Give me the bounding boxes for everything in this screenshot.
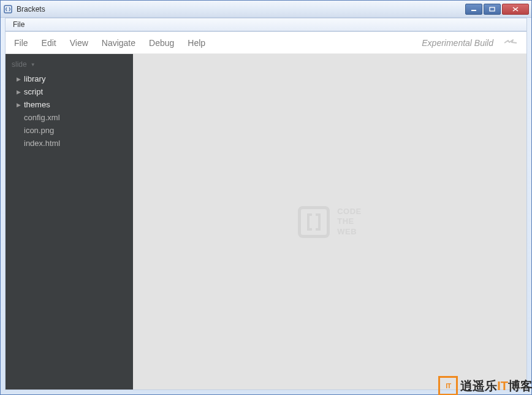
watermark: CODE THE WEB bbox=[298, 206, 362, 238]
experimental-label: Experimental Build bbox=[422, 38, 493, 48]
app-icon bbox=[3, 4, 13, 14]
editor-area: CODE THE WEB bbox=[133, 54, 526, 389]
chevron-right-icon: ▶ bbox=[17, 76, 23, 82]
chevron-down-icon: ▼ bbox=[31, 62, 36, 67]
menu-file[interactable]: File bbox=[14, 38, 28, 48]
tree-folder-library[interactable]: ▶ library bbox=[6, 72, 133, 85]
tree-label: script bbox=[24, 87, 43, 96]
file-tree: ▶ library ▶ script ▶ themes config.xml bbox=[6, 72, 133, 150]
chevron-right-icon: ▶ bbox=[17, 102, 23, 108]
window-title: Brackets bbox=[17, 5, 465, 13]
app-menubar: File Edit View Navigate Debug Help Exper… bbox=[6, 32, 526, 54]
brackets-logo-icon bbox=[298, 206, 330, 238]
chevron-right-icon: ▶ bbox=[17, 89, 23, 95]
live-preview-icon[interactable] bbox=[503, 39, 518, 47]
blog-text: 逍遥乐IT博客 bbox=[460, 378, 532, 394]
app-body: slide ▼ ▶ library ▶ script ▶ themes bbox=[6, 54, 526, 389]
tree-label: config.xml bbox=[24, 113, 60, 122]
close-button[interactable] bbox=[502, 4, 529, 15]
menu-view[interactable]: View bbox=[70, 38, 88, 48]
os-menubar: File bbox=[5, 18, 527, 31]
blog-watermark: IT 逍遥乐IT博客 bbox=[438, 376, 532, 395]
tree-file-config[interactable]: config.xml bbox=[6, 111, 133, 124]
minimize-button[interactable] bbox=[465, 4, 482, 15]
tree-folder-themes[interactable]: ▶ themes bbox=[6, 98, 133, 111]
tree-label: library bbox=[24, 74, 45, 83]
os-menu-file[interactable]: File bbox=[9, 19, 28, 30]
titlebar[interactable]: Brackets bbox=[1, 1, 531, 18]
tree-file-icon[interactable]: icon.png bbox=[6, 124, 133, 137]
window-frame: Brackets File File Edit View Navigate De… bbox=[0, 0, 532, 395]
tree-label: icon.png bbox=[24, 126, 54, 135]
tree-file-index[interactable]: index.html bbox=[6, 137, 133, 150]
window-controls bbox=[465, 4, 529, 15]
tree-label: index.html bbox=[24, 139, 60, 148]
svg-rect-2 bbox=[490, 7, 495, 11]
project-dropdown[interactable]: slide ▼ bbox=[6, 54, 133, 72]
blog-logo-icon: IT bbox=[438, 376, 458, 395]
menu-help[interactable]: Help bbox=[188, 38, 205, 48]
tree-label: themes bbox=[24, 100, 50, 109]
menu-edit[interactable]: Edit bbox=[42, 38, 56, 48]
maximize-button[interactable] bbox=[484, 4, 501, 15]
tree-folder-script[interactable]: ▶ script bbox=[6, 85, 133, 98]
app-shell: File Edit View Navigate Debug Help Exper… bbox=[5, 31, 527, 390]
menu-navigate[interactable]: Navigate bbox=[102, 38, 135, 48]
project-name: slide bbox=[12, 60, 27, 69]
watermark-text: CODE THE WEB bbox=[337, 207, 362, 237]
sidebar: slide ▼ ▶ library ▶ script ▶ themes bbox=[6, 54, 133, 389]
menu-debug[interactable]: Debug bbox=[149, 38, 174, 48]
